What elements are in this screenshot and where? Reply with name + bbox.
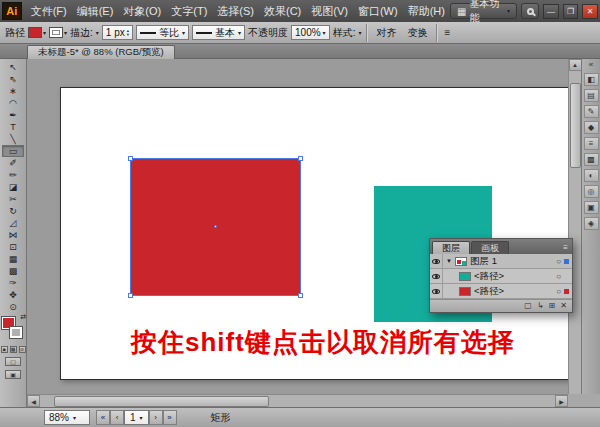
eyedropper-tool[interactable]: ✑ — [2, 277, 24, 289]
menu-select[interactable]: 选择(S) — [212, 1, 259, 22]
vertical-scrollbar[interactable]: ▲ — [568, 59, 581, 394]
stroke-chip[interactable] — [10, 327, 22, 338]
screen-mode-button[interactable]: ▣ — [5, 370, 21, 379]
menu-help[interactable]: 帮助(H) — [403, 1, 450, 22]
selection-color-chip[interactable] — [564, 259, 569, 264]
none-mode-button[interactable]: ⊘ — [19, 346, 26, 353]
layer-name[interactable]: 图层 1 — [470, 255, 497, 268]
path-name[interactable]: <路径> — [474, 270, 504, 283]
menu-file[interactable]: 文件(F) — [26, 1, 72, 22]
anchor-point[interactable] — [128, 156, 133, 161]
pencil-tool[interactable]: ✏ — [2, 169, 24, 181]
new-layer-button[interactable]: ⊞ — [549, 302, 556, 310]
scroll-right-icon[interactable]: ▶ — [555, 395, 568, 407]
gradient-mode-button[interactable]: ▩ — [10, 346, 17, 353]
opacity-field[interactable]: 100% ▾ — [291, 25, 330, 40]
restore-button[interactable]: ❐ — [563, 4, 579, 19]
scissors-tool[interactable]: ✂ — [2, 193, 24, 205]
graphic-styles-panel-icon[interactable]: ▣ — [584, 201, 599, 214]
make-clipping-mask-button[interactable]: ▢ — [524, 302, 532, 310]
layer-row-layer1[interactable]: ▼ 图层 1 ○ — [430, 254, 572, 269]
visibility-eye-icon[interactable] — [430, 269, 443, 284]
draw-mode-button[interactable]: ▢ — [5, 357, 21, 366]
menu-edit[interactable]: 编辑(E) — [72, 1, 119, 22]
transparency-panel-icon[interactable]: ◐ — [584, 169, 599, 182]
target-circle-icon[interactable]: ○ — [556, 257, 561, 266]
chevron-down-icon[interactable]: ▾ — [358, 30, 361, 36]
workspace-switcher[interactable]: ▦ 基本功能 ▾ — [450, 3, 517, 19]
anchor-point[interactable] — [298, 156, 303, 161]
swap-fill-stroke-icon[interactable]: ⇄ — [20, 313, 26, 321]
width-tool[interactable]: ⋈ — [2, 229, 24, 241]
fill-color-swatch[interactable]: ▾ — [28, 27, 46, 38]
brushes-panel-icon[interactable]: ✎ — [584, 105, 599, 118]
menu-type[interactable]: 文字(T) — [166, 1, 212, 22]
stroke-panel-icon[interactable]: ≡ — [584, 137, 599, 150]
close-button[interactable]: ✕ — [582, 4, 598, 19]
panel-menu-icon[interactable]: ≡ — [442, 27, 452, 38]
last-artboard-button[interactable]: » — [163, 410, 177, 425]
visibility-eye-icon[interactable] — [430, 284, 443, 299]
tab-layers[interactable]: 图层 — [432, 241, 470, 254]
layer-row-path-red[interactable]: <路径> ○ — [430, 284, 572, 299]
rectangle-tool[interactable]: ▭ — [2, 145, 24, 157]
appearance-panel-icon[interactable]: ◎ — [584, 185, 599, 198]
artboard-number-field[interactable]: 1 ▾ — [124, 410, 149, 425]
panel-menu-icon[interactable]: ≡ — [563, 243, 572, 254]
brush-definition-dropdown[interactable]: 基本 ▾ — [192, 25, 245, 40]
line-tool[interactable]: ╲ — [2, 133, 24, 145]
tab-artboards[interactable]: 画板 — [471, 241, 509, 254]
menu-view[interactable]: 视图(V) — [306, 1, 353, 22]
align-button[interactable]: 对齐 — [372, 25, 400, 41]
anchor-point[interactable] — [128, 293, 133, 298]
rotate-tool[interactable]: ↻ — [2, 205, 24, 217]
color-panel-icon[interactable]: ◧ — [584, 73, 599, 86]
direct-selection-tool[interactable]: ⇖ — [2, 73, 24, 85]
mesh-tool[interactable]: ▦ — [2, 253, 24, 265]
canvas-area[interactable]: 按住shift键点击以取消所有选择 — [27, 59, 568, 394]
new-sublayer-button[interactable]: ↳ — [537, 302, 544, 310]
stroke-width-stepper[interactable]: ▴▾ — [127, 29, 129, 37]
pen-tool[interactable]: ✒ — [2, 109, 24, 121]
minimize-button[interactable]: — — [543, 4, 559, 19]
navigator-panel-icon[interactable]: ◈ — [584, 217, 599, 230]
gradient-panel-icon[interactable]: ▩ — [584, 153, 599, 166]
width-profile-dropdown[interactable]: 等比 ▾ — [136, 25, 189, 40]
fill-stroke-chips[interactable]: ⇄ — [1, 316, 25, 342]
path-name[interactable]: <路径> — [474, 285, 504, 298]
dock-collapse-icon[interactable]: « — [589, 61, 593, 69]
menu-window[interactable]: 窗口(W) — [353, 1, 403, 22]
horizontal-scrollbar[interactable]: ◀ ▶ — [27, 394, 568, 407]
gradient-tool[interactable]: ▩ — [2, 265, 24, 277]
red-rectangle-shape-selected[interactable] — [130, 158, 301, 296]
lasso-tool[interactable]: ◠ — [2, 97, 24, 109]
color-mode-button[interactable]: ■ — [1, 346, 8, 353]
anchor-point[interactable] — [298, 293, 303, 298]
document-tab[interactable]: 未标题-5* @ 88% (RGB/预览) — [27, 45, 175, 59]
first-artboard-button[interactable]: « — [96, 410, 110, 425]
expand-arrow-icon[interactable]: ▼ — [446, 258, 452, 264]
zoom-tool[interactable]: ⊙ — [2, 301, 24, 313]
target-circle-icon[interactable]: ○ — [556, 272, 561, 281]
selection-tool[interactable]: ↖ — [2, 61, 24, 73]
scroll-left-icon[interactable]: ◀ — [27, 395, 40, 407]
type-tool[interactable]: T — [2, 121, 24, 133]
selection-color-chip[interactable] — [564, 289, 569, 294]
scroll-up-icon[interactable]: ▲ — [569, 59, 582, 71]
free-transform-tool[interactable]: ⊡ — [2, 241, 24, 253]
menu-object[interactable]: 对象(O) — [118, 1, 166, 22]
transform-button[interactable]: 变换 — [403, 25, 431, 41]
horizontal-scroll-thumb[interactable] — [54, 396, 269, 407]
zoom-level-dropdown[interactable]: 88% ▾ — [44, 410, 90, 425]
swatches-panel-icon[interactable]: ▤ — [584, 89, 599, 102]
scale-tool[interactable]: ◿ — [2, 217, 24, 229]
vertical-scroll-thumb[interactable] — [570, 83, 581, 168]
symbols-panel-icon[interactable]: ◆ — [584, 121, 599, 134]
visibility-eye-icon[interactable] — [430, 254, 443, 269]
menu-effect[interactable]: 效果(C) — [259, 1, 306, 22]
chevron-down-icon[interactable]: ▾ — [96, 30, 99, 36]
hand-tool[interactable]: ✥ — [2, 289, 24, 301]
stroke-color-swatch[interactable]: ▾ — [49, 27, 67, 38]
magic-wand-tool[interactable]: ∗ — [2, 85, 24, 97]
paintbrush-tool[interactable]: ✐ — [2, 157, 24, 169]
